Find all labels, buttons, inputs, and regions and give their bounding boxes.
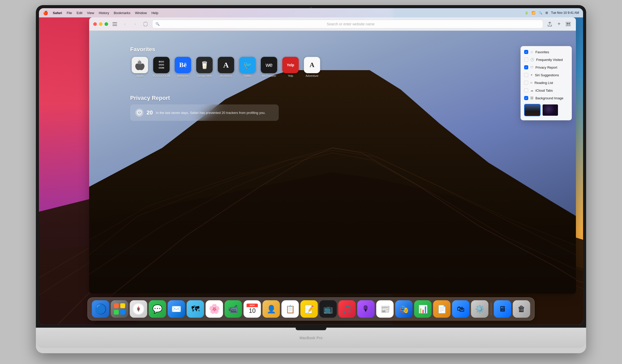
window-menu[interactable]: Window <box>135 11 147 15</box>
screen: 🍎 Safari File Edit View History Bookmark… <box>39 8 583 325</box>
clock-icon: 🕐 <box>530 58 534 61</box>
dropdown-reading-list[interactable]: ∞ Reading List <box>521 79 572 87</box>
fullscreen-button[interactable] <box>105 22 108 26</box>
favorite-designmilk-icon: 🥛 <box>196 57 213 73</box>
dropdown-privacy-report[interactable]: 🛡 Privacy Report <box>521 63 572 71</box>
address-input[interactable]: Search or enter website name <box>162 22 540 26</box>
svg-rect-3 <box>566 22 571 26</box>
dock-reminders[interactable]: 📋 <box>282 300 299 318</box>
calendar-content: NOV 10 <box>247 304 258 315</box>
dock-music[interactable]: 🎵 <box>338 300 356 318</box>
favorite-archinect-label: Archinect <box>220 74 232 77</box>
background-image-checkbox[interactable] <box>524 96 528 100</box>
siri-suggestions-label: Siri Suggestions <box>535 73 559 77</box>
dock-calendar[interactable]: NOV 10 <box>244 300 261 318</box>
dock-mail[interactable]: ✉️ <box>168 300 185 318</box>
dock-safari[interactable] <box>130 300 147 318</box>
privacy-report-title: Privacy Report <box>130 95 279 101</box>
dock-contacts[interactable]: 👤 <box>263 300 280 318</box>
dock-finder[interactable]: 🔵 <box>92 300 109 318</box>
favorite-boooooom[interactable]: BOOOOOOOM BOOOOOOM <box>152 57 171 77</box>
privacy-card[interactable]: 🛡 20 In the last seven days, Safari has … <box>130 104 279 121</box>
privacy-report-checkbox[interactable] <box>524 65 528 69</box>
dock-photos[interactable]: 🌸 <box>206 300 223 318</box>
dock-keynote[interactable]: 🎭 <box>395 300 413 318</box>
help-menu[interactable]: Help <box>151 11 158 15</box>
favorite-twitter[interactable]: 🐦 Twitter <box>238 57 257 77</box>
icloud-tabs-checkbox[interactable] <box>524 88 528 92</box>
mail-icon: ✉️ <box>171 304 182 314</box>
dock-sysprefs[interactable]: ⚙️ <box>471 300 489 318</box>
dock-appstore[interactable]: 🛍 <box>452 300 470 318</box>
dropdown-background-image[interactable]: 🖼 Background Image <box>521 94 572 102</box>
reminders-icon: 📋 <box>285 305 295 314</box>
wifi-icon: 📶 <box>532 11 535 15</box>
macbook-shell: 🍎 Safari File Edit View History Bookmark… <box>36 5 586 353</box>
favorite-yelp[interactable]: Yelp Yelp <box>281 57 300 77</box>
history-menu[interactable]: History <box>99 11 109 15</box>
dock-trash[interactable]: 🗑 <box>513 300 530 318</box>
dropdown-favorites[interactable]: ☆ Favorites <box>521 48 572 56</box>
favorite-designmilk[interactable]: 🥛 Design Milk <box>195 57 214 77</box>
view-menu[interactable]: View <box>87 11 94 15</box>
reading-list-checkbox[interactable] <box>524 81 528 85</box>
spotlight-icon[interactable]: 🔍 <box>538 11 542 15</box>
music-icon: 🎵 <box>342 305 352 314</box>
browser-window: ‹ › 🔍 Search or enter website name + <box>89 17 576 294</box>
browser-toolbar: ‹ › 🔍 Search or enter website name + <box>89 17 576 31</box>
dock-maps[interactable]: 🗺 <box>187 300 204 318</box>
bg-mountain-preview <box>525 104 540 116</box>
privacy-report-icon: 🛡 <box>530 66 533 69</box>
tab-switcher-button[interactable] <box>111 20 118 28</box>
siri-suggestions-checkbox[interactable] <box>524 73 528 77</box>
back-button[interactable]: ‹ <box>121 20 129 28</box>
svg-rect-6 <box>567 25 568 25</box>
tab-overview-button[interactable] <box>565 20 572 28</box>
dropdown-icloud-tabs[interactable]: ☁ iCloud Tabs <box>521 87 572 94</box>
dock-tv[interactable]: 📺 <box>319 300 337 318</box>
favorite-designmilk-label: Design Milk <box>197 74 212 77</box>
bookmarks-menu[interactable]: Bookmarks <box>114 11 130 15</box>
tracker-count: 20 <box>147 109 153 116</box>
dock-podcasts[interactable]: 🎙 <box>357 300 375 318</box>
dock-facetime[interactable]: 📹 <box>225 300 242 318</box>
icloud-tabs-label: iCloud Tabs <box>535 89 553 92</box>
minimize-button[interactable] <box>99 22 102 26</box>
bg-thumb-mountain[interactable] <box>524 104 541 116</box>
dropdown-siri-suggestions[interactable]: ✦ Siri Suggestions <box>521 71 572 79</box>
dropdown-frequently-visited[interactable]: 🕐 Frequently Visited <box>521 56 572 63</box>
reading-list-icon: ∞ <box>530 81 533 84</box>
svg-text:🛡: 🛡 <box>138 111 141 114</box>
favorite-adventure[interactable]: A Adventure <box>302 57 322 77</box>
screen-bezel: 🍎 Safari File Edit View History Bookmark… <box>36 5 586 328</box>
frequently-visited-checkbox[interactable] <box>524 58 528 62</box>
launchpad-icon <box>114 303 125 315</box>
bg-thumb-space[interactable] <box>542 104 558 116</box>
dock-launchpad[interactable] <box>111 300 128 318</box>
favorite-apple[interactable]: Apple <box>130 57 150 77</box>
close-button[interactable] <box>93 22 97 26</box>
dock-notes[interactable]: 📝 <box>300 300 318 318</box>
favorites-title: Favorites <box>130 46 322 53</box>
app-name[interactable]: Safari <box>53 11 62 15</box>
favorites-checkbox[interactable] <box>524 50 528 54</box>
share-button[interactable] <box>546 20 553 28</box>
favorite-archinect[interactable]: A Archinect <box>216 57 236 77</box>
dock-messages[interactable]: 💬 <box>149 300 166 318</box>
dock-news[interactable]: 📰 <box>376 300 394 318</box>
dock-screen-time[interactable]: 🖥 <box>494 300 511 318</box>
background-icon: 🖼 <box>530 96 533 100</box>
address-bar[interactable]: 🔍 Search or enter website name <box>152 20 543 28</box>
dock-pages[interactable]: 📄 <box>433 300 451 318</box>
forward-button[interactable]: › <box>132 20 139 28</box>
file-menu[interactable]: File <box>67 11 72 15</box>
favorite-behance[interactable]: Bē Behance <box>173 57 193 77</box>
favorites-option-label: Favorites <box>535 50 549 54</box>
new-tab-button[interactable]: + <box>555 20 563 28</box>
dock-numbers[interactable]: 📊 <box>414 300 432 318</box>
apple-menu[interactable]: 🍎 <box>43 10 48 15</box>
favorite-wetransfer[interactable]: we WeTransfer <box>259 57 279 77</box>
control-center-icon[interactable]: ⊞ <box>545 11 548 15</box>
reading-list-label: Reading List <box>535 81 553 85</box>
edit-menu[interactable]: Edit <box>77 11 82 15</box>
